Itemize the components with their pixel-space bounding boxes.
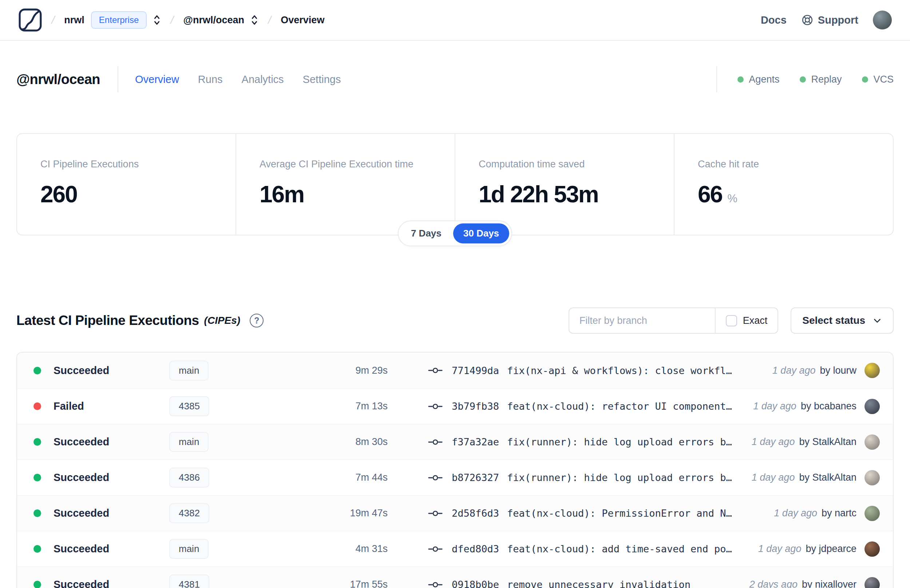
git-commit-icon: [428, 365, 443, 376]
table-row[interactable]: Failed 4385 7m 13s 3b79fb38 feat(nx-clou…: [17, 388, 893, 424]
avatar: [865, 399, 880, 414]
branch-filter-input[interactable]: [569, 308, 715, 333]
branch-chip: main: [169, 539, 209, 559]
avatar: [865, 577, 880, 588]
cipe-duration: 17m 55s: [282, 579, 388, 588]
cipe-duration: 7m 44s: [282, 472, 388, 483]
top-bar: / nrwl Enterprise / @nrwl/ocean / Overvi…: [0, 0, 910, 41]
table-row[interactable]: Succeeded main 9m 29s 771499da fix(nx-ap…: [17, 352, 893, 388]
branch-chip: 4385: [169, 396, 209, 416]
divider: [716, 66, 717, 92]
stat-label: CI Pipeline Executions: [40, 158, 212, 170]
commit-hash: b8726327: [452, 472, 499, 483]
cipe-duration: 7m 13s: [282, 401, 388, 412]
avatar: [865, 506, 880, 521]
commit-hash: dfed80d3: [452, 543, 499, 554]
divider: [118, 66, 118, 92]
time-ago: 1 day ago: [758, 543, 802, 554]
status-dot-icon: [34, 367, 41, 375]
commit-hash: 2d58f6d3: [452, 507, 499, 519]
commit-message: feat(nx-cloud): add time-saved end po…: [507, 543, 732, 554]
stat-computation-time-saved: Computation time saved 1d 22h 53m: [455, 134, 674, 235]
table-row[interactable]: Succeeded 4386 7m 44s b8726327 fix(runne…: [17, 460, 893, 495]
period-option-30-days[interactable]: 30 Days: [453, 223, 509, 244]
breadcrumb-separator: /: [50, 14, 56, 26]
avatar: [865, 435, 880, 450]
commit-hash: f37a32ae: [452, 436, 499, 447]
workspace-switcher-icon[interactable]: [250, 14, 259, 26]
cipe-status: Succeeded: [53, 507, 169, 519]
commit-message: feat(nx-cloud): refactor UI component…: [507, 401, 732, 412]
status-dot-icon: [34, 402, 41, 410]
help-icon[interactable]: ?: [250, 313, 263, 328]
feature-vcs[interactable]: VCS: [862, 74, 894, 85]
time-ago: 1 day ago: [774, 507, 817, 519]
table-row[interactable]: Succeeded main 4m 31s dfed80d3 feat(nx-c…: [17, 531, 893, 567]
commit-message: fix(runner): hide log upload errors b…: [507, 436, 732, 447]
enterprise-badge: Enterprise: [91, 11, 147, 29]
time-ago: 1 day ago: [753, 401, 797, 412]
git-commit-icon: [428, 401, 443, 412]
breadcrumb-org[interactable]: nrwl: [64, 15, 84, 26]
author: by StalkAltan: [799, 436, 857, 447]
lifebuoy-icon: [801, 14, 813, 26]
status-dot-icon: [737, 76, 744, 82]
cipe-status: Failed: [53, 400, 169, 412]
author: by nixallover: [802, 579, 857, 588]
git-commit-icon: [428, 544, 443, 554]
org-switcher-icon[interactable]: [152, 14, 161, 26]
workspace-header: @nrwl/ocean Overview Runs Analytics Sett…: [16, 66, 894, 92]
tab-settings[interactable]: Settings: [303, 73, 341, 86]
tab-overview[interactable]: Overview: [135, 73, 179, 86]
author: by StalkAltan: [799, 472, 857, 483]
cipe-status: Succeeded: [53, 543, 169, 555]
tab-analytics[interactable]: Analytics: [242, 73, 284, 86]
feature-label: Agents: [749, 74, 779, 85]
exact-checkbox[interactable]: [726, 315, 737, 326]
stat-ci-pipeline-executions: CI Pipeline Executions 260: [17, 134, 236, 235]
avatar: [865, 470, 880, 485]
cipe-duration: 19m 47s: [282, 507, 388, 519]
table-row[interactable]: Succeeded 4382 19m 47s 2d58f6d3 feat(nx-…: [17, 495, 893, 531]
feature-status-list: Agents Replay VCS: [737, 74, 894, 85]
tab-runs[interactable]: Runs: [198, 73, 223, 86]
status-select-dropdown[interactable]: Select status: [790, 307, 894, 334]
commit-message: fix(runner): hide log upload errors b…: [507, 472, 732, 483]
breadcrumb-workspace[interactable]: @nrwl/ocean: [183, 15, 244, 26]
feature-replay[interactable]: Replay: [800, 74, 842, 85]
branch-chip: 4382: [169, 503, 209, 523]
user-avatar[interactable]: [873, 11, 892, 29]
stat-value: 66: [698, 181, 722, 208]
time-ago: 2 days ago: [750, 579, 797, 588]
support-label: Support: [818, 14, 858, 26]
chevron-down-icon: [873, 316, 882, 325]
git-commit-icon: [428, 437, 443, 447]
avatar: [865, 541, 880, 557]
cipe-table: Succeeded main 9m 29s 771499da fix(nx-ap…: [16, 352, 894, 588]
branch-chip: main: [169, 360, 209, 381]
cipe-status: Succeeded: [53, 472, 169, 483]
support-link[interactable]: Support: [801, 14, 858, 26]
period-option-7-days[interactable]: 7 Days: [401, 223, 452, 244]
status-dot-icon: [34, 474, 41, 481]
git-commit-icon: [428, 508, 443, 519]
feature-agents[interactable]: Agents: [737, 74, 779, 85]
commit-message: feat(nx-cloud): PermissionError and N…: [507, 507, 732, 519]
commit-message: fix(nx-api & workflows): close workfl…: [507, 365, 732, 376]
cipe-status: Succeeded: [53, 365, 169, 376]
stat-label: Computation time saved: [478, 158, 650, 170]
stats-section: CI Pipeline Executions 260 Average CI Pi…: [16, 133, 894, 236]
status-dot-icon: [34, 581, 41, 588]
stat-value: 1d 22h 53m: [478, 181, 598, 208]
table-row[interactable]: Succeeded main 8m 30s f37a32ae fix(runne…: [17, 424, 893, 460]
docs-link[interactable]: Docs: [761, 14, 787, 26]
branch-chip: main: [169, 432, 209, 452]
author: by jdpearce: [805, 543, 857, 554]
table-row[interactable]: Succeeded 4381 17m 55s 0918b0be remove u…: [17, 567, 893, 588]
avatar: [865, 363, 880, 378]
nx-cloud-logo-icon[interactable]: [18, 8, 42, 32]
section-title-suffix: (CIPEs): [204, 315, 241, 326]
stats-cards: CI Pipeline Executions 260 Average CI Pi…: [16, 133, 894, 236]
status-select-label: Select status: [802, 315, 865, 326]
branch-chip: 4386: [169, 468, 209, 488]
